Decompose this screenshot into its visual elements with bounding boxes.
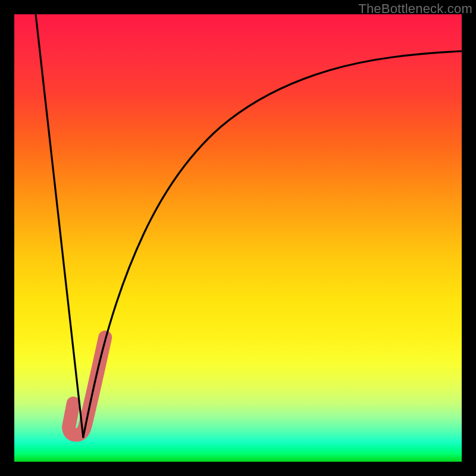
right-curve (83, 51, 462, 437)
chart-canvas: TheBottleneck.com (0, 0, 476, 476)
left-line (36, 14, 83, 437)
watermark-text: TheBottleneck.com (358, 1, 472, 17)
plot-area (14, 14, 462, 462)
curves-layer (14, 14, 462, 462)
